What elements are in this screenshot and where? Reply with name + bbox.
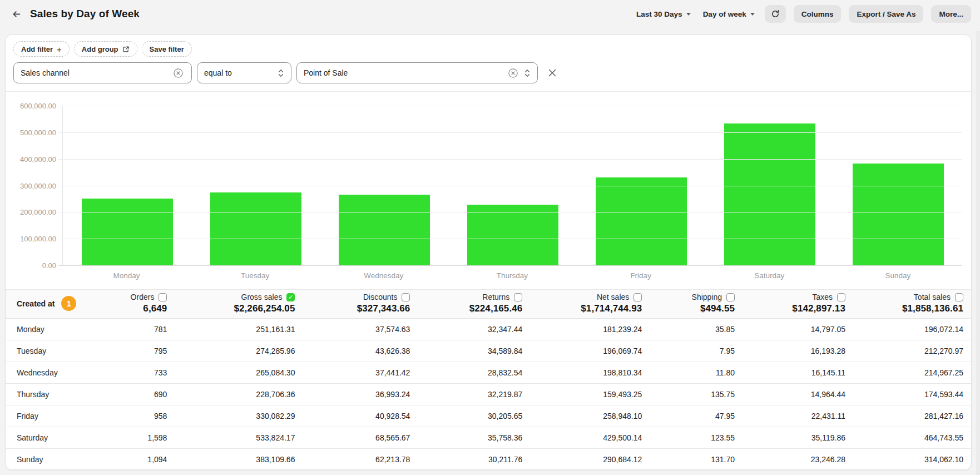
row-label: Saturday [6,427,106,449]
metric-label: Gross sales [241,293,283,301]
clear-value-button[interactable] [507,67,519,80]
add-group-icon [122,46,130,53]
cell-value: 174,593.44 [853,384,971,405]
cell-value: 131.70 [650,449,743,471]
cell-value: 36,993.24 [303,384,418,405]
scrollbar[interactable] [976,31,980,475]
cell-value: 265,084.30 [175,362,303,384]
table-row: Saturday1,598533,824.1768,565.6735,758.3… [6,427,971,449]
save-filter-label: Save filter [150,45,184,53]
cell-value: 35.85 [650,319,743,340]
cell-value: 35,758.36 [418,427,530,449]
filter-value-text: Point of Sale [304,68,348,77]
metric-checkbox[interactable] [726,293,735,301]
bar-wednesday[interactable] [339,195,430,265]
refresh-icon [771,9,780,18]
cell-value: 16,145.11 [743,362,853,384]
table-row: Wednesday733265,084.3037,441.4228,832.54… [6,362,971,384]
cell-value: 330,082.29 [175,405,303,427]
bar-saturday[interactable] [724,123,815,265]
metric-checkbox[interactable] [837,293,845,301]
add-group-button[interactable]: Add group [74,41,137,57]
table-row: Thursday690228,706.3636,993.2432,219.871… [6,384,971,405]
cell-value: 212,270.97 [853,340,971,362]
cell-value: 22,431.11 [743,405,853,427]
top-bar: Sales by Day of Week Last 30 Days Day of… [0,0,980,28]
cell-value: 35,119.86 [743,427,853,449]
filter-value-select[interactable]: Point of Sale [296,62,538,83]
metric-checkbox[interactable] [514,293,522,301]
bar-tuesday[interactable] [210,192,301,265]
x-axis-label: Sunday [834,271,962,280]
cell-value: 159,493.25 [530,384,650,405]
back-arrow-icon [12,9,21,19]
bar-monday[interactable] [82,199,173,265]
y-axis-tick-label: 200,000.00 [20,208,56,216]
metric-header-line: Shipping [650,293,735,301]
metric-checkbox[interactable] [633,293,642,301]
cell-value: 181,239.24 [530,319,650,340]
filter-field-input[interactable]: Sales channel [13,62,192,83]
x-axis-label: Wednesday [319,271,448,280]
chevron-up-down-icon [524,68,531,78]
bar-thursday[interactable] [467,205,558,265]
refresh-button[interactable] [765,5,786,23]
metric-checkbox[interactable] [955,293,963,301]
add-filter-button[interactable]: Add filter + [13,41,70,57]
y-axis-tick-label: 0.00 [42,261,56,270]
cell-value: 11.80 [650,362,743,384]
more-button[interactable]: More... [931,5,971,23]
bar-sunday[interactable] [853,164,944,265]
table-row: Friday958330,082.2940,928.5430,205.65258… [6,405,971,427]
cell-value: 16,193.28 [743,340,853,362]
filter-count-badge[interactable]: 1 [61,296,76,311]
metric-checkbox[interactable] [286,293,295,301]
x-axis-label: Tuesday [191,271,319,280]
metric-checkbox[interactable] [159,293,167,301]
table-row: Tuesday795274,285.9643,626.3834,589.8419… [6,340,971,362]
cell-value: 43,626.38 [303,340,418,362]
columns-button[interactable]: Columns [794,5,842,23]
metric-header-line: Net sales [530,293,642,301]
gridline [58,212,962,212]
date-range-dropdown[interactable]: Last 30 Days [634,7,693,22]
close-icon [548,68,557,77]
filter-operator-select[interactable]: equal to [197,62,291,83]
metric-header-line: Total sales [853,293,963,301]
chevron-down-icon [686,13,691,16]
gridline [58,159,962,160]
remove-filter-button[interactable] [547,67,558,78]
x-axis-label: Saturday [705,271,834,280]
metric-total: $1,714,744.93 [530,303,642,314]
x-axis-label: Monday [62,271,191,280]
cell-value: 62,213.78 [303,449,418,471]
group-by-dropdown[interactable]: Day of week [701,7,757,22]
metric-header-line: Gross sales [175,293,295,301]
metric-checkbox[interactable] [402,293,410,301]
filter-operator-value: equal to [204,68,232,77]
save-filter-button[interactable]: Save filter [142,41,192,57]
chevron-up-down-icon [278,68,284,78]
cell-value: 198,810.34 [530,362,650,384]
chevron-down-icon [750,13,755,16]
report-card: Add filter + Add group Save filter Sales… [5,34,972,470]
bar-friday[interactable] [596,177,687,265]
y-axis-tick-label: 500,000.00 [20,128,56,136]
cell-value: 958 [106,405,175,427]
back-button[interactable] [8,6,24,22]
cell-value: 258,948.10 [530,405,650,427]
metric-label: Total sales [914,293,951,301]
row-label: Wednesday [6,362,106,384]
row-label: Sunday [6,449,106,471]
add-group-label: Add group [82,45,118,53]
cell-value: 196,069.74 [530,340,650,362]
cell-value: 23,246.28 [743,449,853,471]
metric-total: $1,858,136.61 [853,303,963,314]
export-save-as-button[interactable]: Export / Save As [849,5,923,23]
cell-value: 383,109.66 [175,449,303,471]
cell-value: 32,347.44 [418,319,530,340]
clear-field-button[interactable] [172,67,185,80]
report-table: Created at 1 Orders6,649Gross sales$2,26… [6,289,971,470]
filter-field-value: Sales channel [21,68,70,77]
cell-value: 47.95 [650,405,743,427]
